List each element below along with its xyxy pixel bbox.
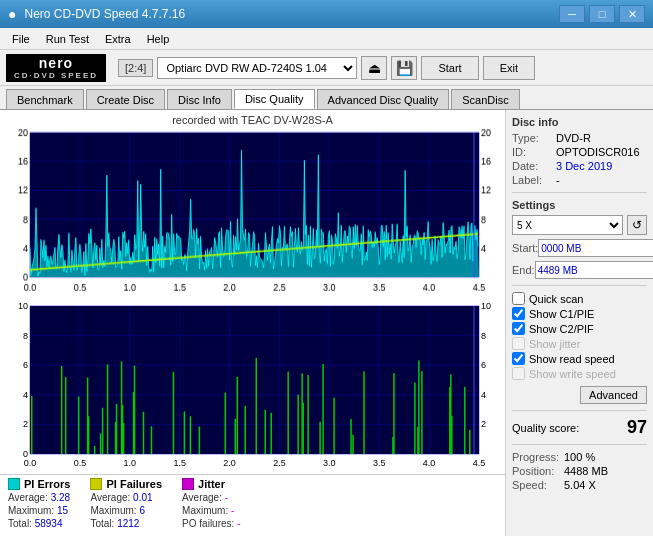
show-c2-pif-checkbox[interactable] [512, 322, 525, 335]
legend: PI Errors Average: 3.28 Maximum: 15 Tota… [0, 474, 505, 532]
progress-value: 100 % [564, 451, 595, 463]
pi-errors-avg: Average: 3.28 [8, 492, 70, 503]
disc-id-row: ID: OPTODISCR016 [512, 146, 647, 158]
quality-score-row: Quality score: 97 [512, 417, 647, 438]
menu-help[interactable]: Help [139, 31, 178, 47]
quality-score-value: 97 [627, 417, 647, 438]
pi-failures-total: Total: 1212 [90, 518, 162, 529]
divider-3 [512, 410, 647, 411]
pi-errors-max: Maximum: 15 [8, 505, 70, 516]
pi-failures-color-box [90, 478, 102, 490]
save-button[interactable]: 💾 [391, 56, 417, 80]
legend-pi-failures: PI Failures Average: 0.01 Maximum: 6 Tot… [90, 478, 162, 529]
pi-failures-title: PI Failures [106, 478, 162, 490]
legend-pi-errors: PI Errors Average: 3.28 Maximum: 15 Tota… [8, 478, 70, 529]
progress-row: Progress: 100 % [512, 451, 647, 463]
show-c1-pie-checkbox[interactable] [512, 307, 525, 320]
disc-type-row: Type: DVD-R [512, 132, 647, 144]
exit-button[interactable]: Exit [483, 56, 535, 80]
advanced-button[interactable]: Advanced [580, 386, 647, 404]
speed-combo[interactable]: 5 X [512, 215, 623, 235]
show-jitter-row: Show jitter [512, 337, 647, 350]
disc-id: OPTODISCR016 [556, 146, 640, 158]
start-button[interactable]: Start [421, 56, 478, 80]
main-content: recorded with TEAC DV-W28S-A PI Errors A… [0, 110, 653, 536]
disc-info-title: Disc info [512, 116, 647, 128]
title-bar: ● Nero CD-DVD Speed 4.7.7.16 ─ □ ✕ [0, 0, 653, 28]
pi-errors-title: PI Errors [24, 478, 70, 490]
speed-row: Speed: 5.04 X [512, 479, 647, 491]
pi-errors-color-box [8, 478, 20, 490]
drive-selector: [2:4] Optiarc DVD RW AD-7240S 1.04 [118, 57, 357, 79]
show-c1-pie-row: Show C1/PIE [512, 307, 647, 320]
maximize-button[interactable]: □ [589, 5, 615, 23]
menu-bar: File Run Test Extra Help [0, 28, 653, 50]
right-panel: Disc info Type: DVD-R ID: OPTODISCR016 D… [505, 110, 653, 536]
quality-score-label: Quality score: [512, 422, 579, 434]
start-mb-row: Start: [512, 239, 647, 257]
show-read-speed-row: Show read speed [512, 352, 647, 365]
jitter-max: Maximum: - [182, 505, 240, 516]
disc-label: - [556, 174, 560, 186]
disc-date-row: Date: 3 Dec 2019 [512, 160, 647, 172]
tab-scan-disc[interactable]: ScanDisc [451, 89, 519, 109]
settings-title: Settings [512, 199, 647, 211]
pi-failures-max: Maximum: 6 [90, 505, 162, 516]
end-mb-input[interactable] [535, 261, 653, 279]
menu-extra[interactable]: Extra [97, 31, 139, 47]
show-read-speed-checkbox[interactable] [512, 352, 525, 365]
drive-combo[interactable]: Optiarc DVD RW AD-7240S 1.04 [157, 57, 357, 79]
position-value: 4488 MB [564, 465, 608, 477]
speed-value: 5.04 X [564, 479, 596, 491]
divider-1 [512, 192, 647, 193]
quick-scan-checkbox[interactable] [512, 292, 525, 305]
close-button[interactable]: ✕ [619, 5, 645, 23]
toolbar: nero CD·DVD SPEED [2:4] Optiarc DVD RW A… [0, 50, 653, 86]
tab-create-disc[interactable]: Create Disc [86, 89, 165, 109]
legend-jitter: Jitter Average: - Maximum: - PO failures… [182, 478, 240, 529]
tab-disc-info[interactable]: Disc Info [167, 89, 232, 109]
pie-chart [2, 128, 503, 300]
eject-button[interactable]: ⏏ [361, 56, 387, 80]
pif-chart [2, 302, 503, 474]
jitter-avg: Average: - [182, 492, 240, 503]
divider-4 [512, 444, 647, 445]
divider-2 [512, 285, 647, 286]
po-failures: PO failures: - [182, 518, 240, 529]
minimize-button[interactable]: ─ [559, 5, 585, 23]
jitter-color-box [182, 478, 194, 490]
tab-disc-quality[interactable]: Disc Quality [234, 89, 315, 109]
show-c2-pif-row: Show C2/PIF [512, 322, 647, 335]
tab-advanced-disc-quality[interactable]: Advanced Disc Quality [317, 89, 450, 109]
position-row: Position: 4488 MB [512, 465, 647, 477]
title-text: Nero CD-DVD Speed 4.7.7.16 [24, 7, 557, 21]
pi-errors-total: Total: 58934 [8, 518, 70, 529]
menu-file[interactable]: File [4, 31, 38, 47]
show-write-speed-checkbox[interactable] [512, 367, 525, 380]
jitter-title: Jitter [198, 478, 225, 490]
show-write-speed-row: Show write speed [512, 367, 647, 380]
start-mb-input[interactable] [538, 239, 653, 257]
quick-scan-row: Quick scan [512, 292, 647, 305]
show-jitter-checkbox[interactable] [512, 337, 525, 350]
end-mb-row: End: [512, 261, 647, 279]
tab-benchmark[interactable]: Benchmark [6, 89, 84, 109]
pi-failures-avg: Average: 0.01 [90, 492, 162, 503]
disc-type: DVD-R [556, 132, 591, 144]
disc-label-row: Label: - [512, 174, 647, 186]
chart-title: recorded with TEAC DV-W28S-A [0, 114, 505, 126]
speed-setting-row: 5 X ↺ [512, 215, 647, 235]
settings-icon-button[interactable]: ↺ [627, 215, 647, 235]
drive-label: [2:4] [118, 59, 153, 77]
tabs: Benchmark Create Disc Disc Info Disc Qua… [0, 86, 653, 110]
nero-logo: nero CD·DVD SPEED [6, 54, 106, 82]
disc-date: 3 Dec 2019 [556, 160, 612, 172]
menu-run-test[interactable]: Run Test [38, 31, 97, 47]
chart-area: recorded with TEAC DV-W28S-A PI Errors A… [0, 110, 505, 536]
